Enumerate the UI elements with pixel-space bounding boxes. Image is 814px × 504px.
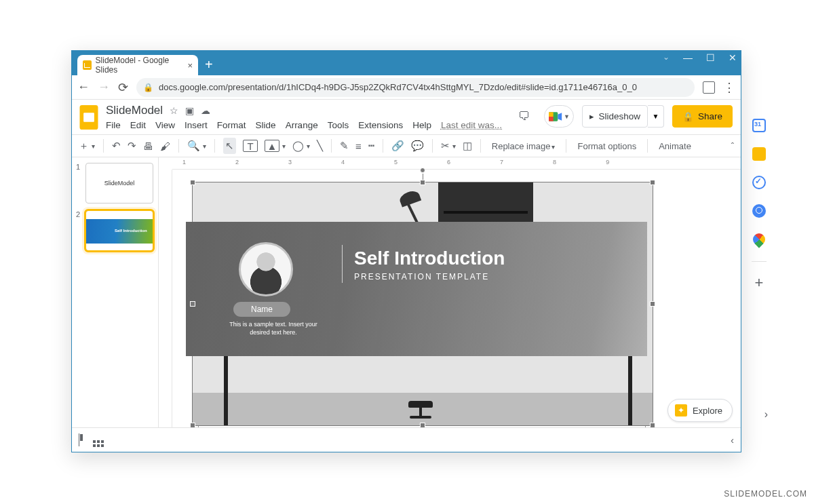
filmstrip-view-button[interactable] <box>79 434 79 446</box>
mask-button[interactable]: ◫ <box>463 140 472 152</box>
ruler-horizontal[interactable]: 123 456 789 <box>172 157 741 170</box>
slideshow-dropdown[interactable]: ▼ <box>648 105 664 128</box>
resize-handle-w[interactable] <box>190 301 195 307</box>
side-panel: + <box>748 119 771 290</box>
slide-canvas[interactable]: Name This is a sample text. Insert your … <box>183 178 727 444</box>
slide-subtitle: PRESENTATION TEMPLATE <box>354 272 489 282</box>
watermark: SLIDEMODEL.COM <box>724 489 807 499</box>
move-icon[interactable]: ▣ <box>185 105 194 116</box>
menu-tools[interactable]: Tools <box>328 120 349 130</box>
browser-window: SlideModel - Google Slides × + ⌄ — ☐ ✕ ←… <box>71 50 741 452</box>
thumbnail-2[interactable]: Self Introduction <box>85 210 153 251</box>
menu-help[interactable]: Help <box>412 120 431 130</box>
doc-name[interactable]: SlideModel <box>106 104 163 117</box>
header-actions: 🗨 ▼ Slideshow ▼ 🔒 Share <box>511 104 733 128</box>
slides-header: SlideModel ☆ ▣ ☁ File Edit View Insert F… <box>72 100 741 135</box>
new-tab-button[interactable]: + <box>198 57 220 75</box>
format-options-button[interactable]: Format options <box>575 141 639 151</box>
menu-arrange[interactable]: Arrange <box>286 120 318 130</box>
new-slide-button[interactable]: ＋▾ <box>79 140 95 153</box>
explore-icon: ✦ <box>675 404 687 416</box>
select-tool[interactable]: ↖ <box>223 138 236 154</box>
resize-handle-nw[interactable] <box>190 180 195 185</box>
menu-slide[interactable]: Slide <box>256 120 276 130</box>
menu-file[interactable]: File <box>106 120 121 130</box>
omnibox[interactable]: 🔒 docs.google.com/presentation/d/1hICDq4… <box>136 78 695 97</box>
calendar-icon[interactable] <box>752 119 766 132</box>
menu-format[interactable]: Format <box>217 120 246 130</box>
cloud-status-icon[interactable]: ☁ <box>201 105 210 116</box>
menu-extensions[interactable]: Extensions <box>358 120 403 130</box>
resize-handle-n[interactable] <box>420 180 425 185</box>
slideshow-button[interactable]: Slideshow <box>582 105 648 128</box>
print-button[interactable]: 🖶 <box>143 140 153 152</box>
extensions-button[interactable] <box>703 81 715 94</box>
doc-info: SlideModel ☆ ▣ ☁ File Edit View Insert F… <box>106 104 502 134</box>
last-edit-link[interactable]: Last edit was... <box>441 120 502 130</box>
addons-button[interactable]: + <box>755 277 764 290</box>
meet-button[interactable]: ▼ <box>544 105 574 128</box>
border-dash-button[interactable]: ┅ <box>368 140 374 152</box>
maps-icon[interactable] <box>750 231 767 248</box>
keep-icon[interactable] <box>752 147 766 161</box>
border-color-button[interactable]: ✎ <box>340 140 349 152</box>
slideshow-button-group: Slideshow ▼ <box>582 105 664 128</box>
undo-button[interactable]: ↶ <box>112 140 121 152</box>
redo-button[interactable]: ↷ <box>128 140 136 152</box>
animate-button[interactable]: Animate <box>656 141 694 151</box>
resize-handle-e[interactable] <box>650 301 655 307</box>
slides-favicon <box>83 60 92 70</box>
menu-insert[interactable]: Insert <box>185 120 208 130</box>
ruler-vertical[interactable] <box>159 170 172 452</box>
svg-rect-4 <box>549 117 554 121</box>
slide-title: Self Introduction <box>354 248 505 269</box>
replace-image-button[interactable]: Replace image▾ <box>489 141 558 151</box>
comments-button[interactable]: 🗨 <box>511 105 536 128</box>
thumb-number: 2 <box>76 210 83 251</box>
crop-button[interactable]: ✂▾ <box>441 140 456 152</box>
browser-titlebar: SlideModel - Google Slides × + ⌄ — ☐ ✕ <box>72 51 741 75</box>
sidepanel-collapse[interactable]: › <box>764 408 768 421</box>
menu-view[interactable]: View <box>155 120 175 130</box>
close-tab-icon[interactable]: × <box>187 60 193 71</box>
image-tool[interactable]: ▲▾ <box>265 140 286 152</box>
resize-handle-ne[interactable] <box>650 180 655 185</box>
thumbnail-1[interactable]: SlideModel <box>85 163 153 203</box>
comment-button[interactable]: 💬 <box>411 140 424 152</box>
browser-tab[interactable]: SlideModel - Google Slides × <box>77 55 198 75</box>
menu-edit[interactable]: Edit <box>130 120 146 130</box>
link-button[interactable]: 🔗 <box>391 140 404 152</box>
maximize-button[interactable]: ☐ <box>706 52 715 63</box>
collapse-toolbar-button[interactable]: ˆ <box>731 141 734 151</box>
window-controls: ⌄ — ☐ ✕ <box>663 52 737 63</box>
textbox-tool[interactable]: T <box>243 140 258 152</box>
close-window-button[interactable]: ✕ <box>729 52 737 63</box>
explore-button[interactable]: ✦ Explore <box>667 399 733 422</box>
selected-image[interactable]: Name This is a sample text. Insert your … <box>192 182 653 426</box>
star-icon[interactable]: ☆ <box>170 105 178 116</box>
thumbnail-strip[interactable]: 1 SlideModel 2 Self Introduction <box>72 157 159 452</box>
contacts-icon[interactable] <box>752 204 766 218</box>
minimize-button[interactable]: — <box>683 52 693 63</box>
canvas-area: 123 456 789 <box>159 157 741 452</box>
shape-tool[interactable]: ◯▾ <box>292 140 310 152</box>
browser-menu-button[interactable]: ⋮ <box>723 80 735 95</box>
chevron-down-icon: ▼ <box>564 113 570 120</box>
slides-logo[interactable] <box>77 104 100 131</box>
back-button[interactable]: ← <box>77 80 90 94</box>
window-chevron-icon[interactable]: ⌄ <box>663 52 670 63</box>
line-tool[interactable]: ╲ <box>317 140 323 152</box>
forward-button[interactable]: → <box>98 80 110 94</box>
rotation-handle[interactable] <box>420 168 425 173</box>
tasks-icon[interactable] <box>752 176 766 189</box>
speaker-notes-toggle[interactable]: ‹ <box>731 434 734 446</box>
reload-button[interactable]: ⟳ <box>118 80 128 95</box>
zoom-button[interactable]: 🔍▾ <box>187 140 206 152</box>
sample-text: This is a sample text. Insert your desir… <box>229 321 317 336</box>
slide-overlay: Name This is a sample text. Insert your … <box>186 222 647 356</box>
share-button[interactable]: 🔒 Share <box>672 105 733 128</box>
border-weight-button[interactable]: ≡ <box>355 140 362 152</box>
paint-format-button[interactable]: 🖌 <box>160 140 170 152</box>
grid-view-button[interactable] <box>93 433 104 447</box>
lock-icon: 🔒 <box>682 111 694 122</box>
